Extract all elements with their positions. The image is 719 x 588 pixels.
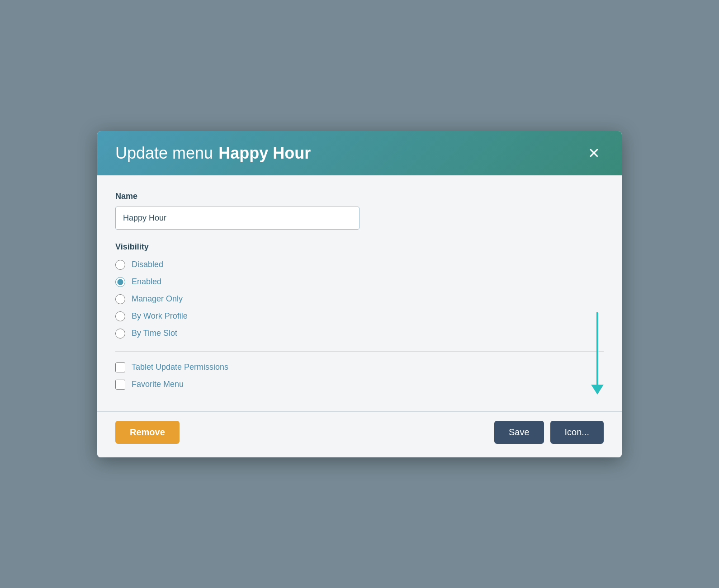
visibility-radio-group: Disabled Enabled Manager Only By Work Pr… bbox=[115, 260, 604, 339]
radio-disabled-input[interactable] bbox=[115, 260, 125, 270]
icon-button[interactable]: Icon... bbox=[550, 421, 604, 444]
checkbox-favorite-menu-input[interactable] bbox=[115, 380, 125, 390]
checkbox-tablet-update-label: Tablet Update Permissions bbox=[132, 362, 228, 372]
modal-title-sub: Happy Hour bbox=[218, 144, 311, 163]
save-button[interactable]: Save bbox=[494, 421, 544, 444]
radio-by-work-profile-label: By Work Profile bbox=[132, 311, 188, 321]
modal-title-main: Update menu bbox=[115, 144, 213, 163]
radio-by-work-profile[interactable]: By Work Profile bbox=[115, 311, 604, 321]
checkbox-favorite-menu[interactable]: Favorite Menu bbox=[115, 380, 604, 390]
footer-actions: Save Icon... bbox=[494, 421, 604, 444]
remove-button[interactable]: Remove bbox=[115, 421, 180, 444]
checkbox-favorite-menu-label: Favorite Menu bbox=[132, 380, 184, 389]
modal-header: Update menu Happy Hour ✕ bbox=[97, 131, 622, 175]
radio-by-time-slot-label: By Time Slot bbox=[132, 329, 177, 338]
arrow-annotation bbox=[591, 312, 604, 395]
arrow-head bbox=[591, 385, 604, 395]
checkbox-tablet-update-input[interactable] bbox=[115, 362, 125, 372]
radio-by-time-slot[interactable]: By Time Slot bbox=[115, 329, 604, 339]
checkbox-group: Tablet Update Permissions Favorite Menu bbox=[115, 362, 604, 390]
name-input[interactable] bbox=[115, 207, 360, 230]
arrow-line bbox=[596, 312, 598, 385]
radio-manager-only[interactable]: Manager Only bbox=[115, 294, 604, 304]
modal-title: Update menu Happy Hour bbox=[115, 144, 311, 163]
radio-disabled-label: Disabled bbox=[132, 260, 163, 269]
visibility-label: Visibility bbox=[115, 242, 604, 252]
update-menu-modal: Update menu Happy Hour ✕ Name Visibility… bbox=[97, 131, 622, 457]
radio-enabled-input[interactable] bbox=[115, 277, 125, 287]
name-label: Name bbox=[115, 192, 604, 201]
radio-manager-only-input[interactable] bbox=[115, 294, 125, 304]
close-button[interactable]: ✕ bbox=[584, 144, 604, 162]
modal-body: Name Visibility Disabled Enabled Manager… bbox=[97, 175, 622, 411]
radio-enabled[interactable]: Enabled bbox=[115, 277, 604, 287]
radio-by-work-profile-input[interactable] bbox=[115, 311, 125, 321]
modal-footer: Remove Save Icon... bbox=[97, 411, 622, 457]
checkbox-tablet-update[interactable]: Tablet Update Permissions bbox=[115, 362, 604, 372]
radio-by-time-slot-input[interactable] bbox=[115, 329, 125, 339]
section-divider bbox=[115, 351, 604, 352]
radio-disabled[interactable]: Disabled bbox=[115, 260, 604, 270]
radio-enabled-label: Enabled bbox=[132, 277, 161, 287]
radio-manager-only-label: Manager Only bbox=[132, 294, 183, 304]
